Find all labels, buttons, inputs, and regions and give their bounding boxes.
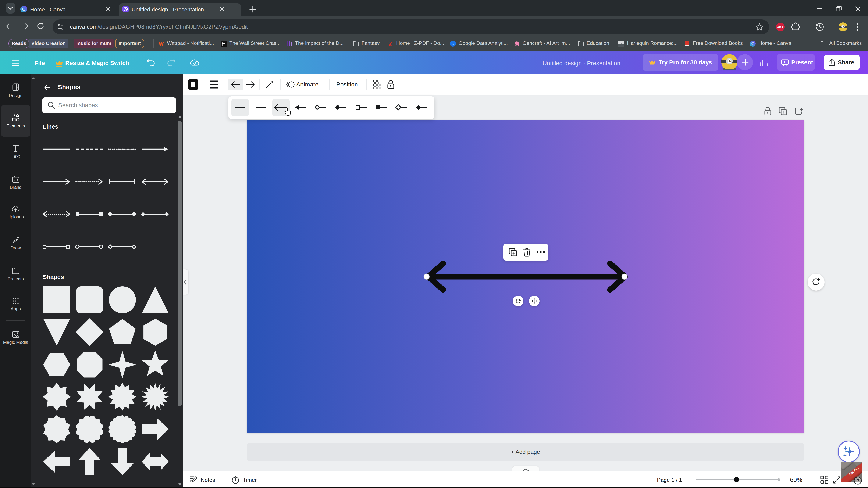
svg-text:C: C bbox=[452, 42, 454, 46]
svg-text:?: ? bbox=[856, 478, 859, 483]
svg-text:co: co bbox=[15, 179, 17, 181]
svg-text:ABP: ABP bbox=[777, 25, 784, 29]
svg-text:C: C bbox=[751, 42, 754, 46]
svg-text:Z: Z bbox=[389, 41, 393, 46]
svg-text:C: C bbox=[22, 7, 25, 11]
